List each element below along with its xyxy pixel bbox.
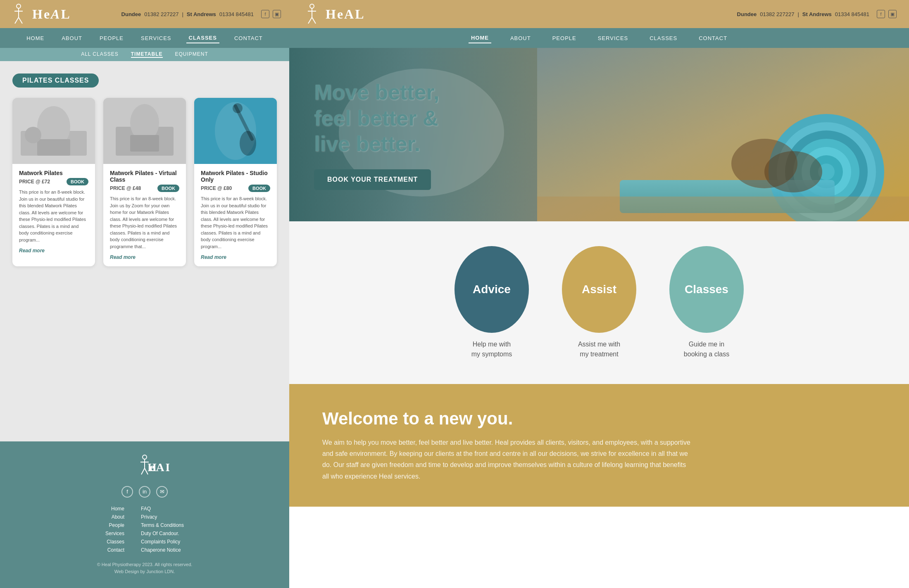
right-nav: HOME ABOUT PEOPLE SERVICES CLASSES CONTA… xyxy=(289,28,909,48)
card-virtual: Matwork Pilates - Virtual Class PRICE @ … xyxy=(103,98,186,266)
right-st-andrews-phone: 01334 845481 xyxy=(835,11,869,17)
nav-people[interactable]: PEOPLE xyxy=(97,33,126,43)
svg-point-27 xyxy=(310,4,314,8)
copyright-text: © Heal Physiotherapy 2023. All rights re… xyxy=(97,562,193,567)
left-nav: HOME ABOUT PEOPLE SERVICES CLASSES CONTA… xyxy=(0,28,289,48)
welcome-text: We aim to help you move better, feel bet… xyxy=(322,437,694,482)
footer-link-terms[interactable]: Terms & Conditions xyxy=(141,522,184,528)
right-nav-people[interactable]: PEOPLE xyxy=(550,33,579,43)
footer-link-classes[interactable]: Classes xyxy=(107,539,124,545)
read-more-virtual[interactable]: Read more xyxy=(110,254,136,260)
card-body-matwork: Matwork Pilates PRICE @ £72 BOOK This pr… xyxy=(12,164,95,260)
footer-link-contact[interactable]: Contact xyxy=(107,547,124,553)
book-button-studio[interactable]: BOOK xyxy=(248,185,270,192)
svg-text:H: H xyxy=(148,461,157,474)
right-panel: HeAL Dundee 01382 227227 | St Andrews 01… xyxy=(289,0,909,588)
assist-oval: Assist xyxy=(562,246,636,333)
svg-line-31 xyxy=(312,17,316,24)
right-separator: | xyxy=(797,11,799,17)
studio-image-visual xyxy=(194,98,277,164)
right-dundee-phone: 01382 227227 xyxy=(760,11,794,17)
icons-section: Advice Help me withmy symptoms Assist As… xyxy=(289,221,909,384)
hero-title-line2: feel better & xyxy=(314,106,438,130)
hero-title-line3: live better. xyxy=(314,132,420,156)
footer-copyright: © Heal Physiotherapy 2023. All rights re… xyxy=(97,561,193,576)
right-heal-logo-icon xyxy=(302,3,322,26)
facebook-icon[interactable]: f xyxy=(261,10,269,18)
card-title-studio: Matwork Pilates - Studio Only xyxy=(201,170,270,183)
right-nav-about[interactable]: ABOUT xyxy=(508,33,533,43)
pilates-classes-header: PILATES CLASSES xyxy=(12,74,99,88)
card-desc-studio: This price is for an 8-week block. Join … xyxy=(201,195,270,250)
classes-item[interactable]: Classes Guide me inbooking a class xyxy=(669,246,744,359)
right-facebook-icon[interactable]: f xyxy=(877,10,885,18)
right-nav-services[interactable]: SERVICES xyxy=(595,33,631,43)
footer-facebook-icon[interactable]: f xyxy=(121,486,133,498)
footer-link-chaperone[interactable]: Chaperone Notice xyxy=(141,547,181,553)
subnav-all-classes[interactable]: ALL CLASSES xyxy=(81,51,119,58)
right-social-icons: f ▣ xyxy=(877,10,897,18)
left-main-content: PILATES CLASSES Matwork Pilates P xyxy=(0,61,289,441)
classes-oval: Classes xyxy=(669,246,744,333)
card-body-studio: Matwork Pilates - Studio Only PRICE @ £8… xyxy=(194,164,277,266)
card-price-row-matwork: PRICE @ £72 BOOK xyxy=(19,178,88,185)
footer-link-complaints[interactable]: Complaints Policy xyxy=(141,539,180,545)
matwork-image-visual xyxy=(12,98,95,164)
footer-link-about[interactable]: About xyxy=(112,514,124,520)
svg-line-4 xyxy=(19,17,22,24)
book-button-matwork[interactable]: BOOK xyxy=(67,178,88,185)
social-icons: f ▣ xyxy=(261,10,281,18)
card-price-row-virtual: PRICE @ £48 BOOK xyxy=(110,185,179,192)
left-logo: HeAL xyxy=(8,3,71,26)
right-instagram-icon[interactable]: ▣ xyxy=(888,10,897,18)
assist-sublabel: Assist me withmy treatment xyxy=(578,339,620,359)
footer-linkedin-icon[interactable]: in xyxy=(139,486,150,498)
card-body-virtual: Matwork Pilates - Virtual Class PRICE @ … xyxy=(103,164,186,266)
svg-point-20 xyxy=(143,455,147,459)
right-dundee-label: Dundee xyxy=(737,11,757,17)
classes-sublabel: Guide me inbooking a class xyxy=(684,339,729,359)
footer-link-services[interactable]: Services xyxy=(105,531,124,536)
instagram-icon[interactable]: ▣ xyxy=(273,10,281,18)
advice-item[interactable]: Advice Help me withmy symptoms xyxy=(454,246,529,359)
hero-title: Move better, feel better & live better. xyxy=(314,79,439,156)
nav-classes[interactable]: CLASSES xyxy=(186,33,219,43)
card-desc-matwork: This price is for an 8-week block. Join … xyxy=(19,189,88,243)
svg-line-3 xyxy=(15,17,19,24)
footer-logo-svg: eAL H xyxy=(120,454,169,477)
subnav-timetable[interactable]: TIMETABLE xyxy=(131,51,163,58)
nav-services[interactable]: SERVICES xyxy=(138,33,174,43)
svg-rect-43 xyxy=(537,197,909,221)
right-nav-classes[interactable]: CLASSES xyxy=(647,33,680,43)
footer-link-home[interactable]: Home xyxy=(111,506,124,512)
welcome-title: Welcome to a new you. xyxy=(322,409,876,429)
footer-link-duty[interactable]: Duty Of Candour. xyxy=(141,531,179,536)
footer-link-people[interactable]: People xyxy=(109,522,124,528)
card-desc-virtual: This price is for an 8-week block. Join … xyxy=(110,195,179,250)
right-logo-text: HeAL xyxy=(326,7,365,22)
book-button-virtual[interactable]: BOOK xyxy=(157,185,179,192)
heal-logo-icon xyxy=(8,3,29,26)
footer-link-privacy[interactable]: Privacy xyxy=(141,514,157,520)
web-design-text: Web Design by Junction LDN. xyxy=(114,569,175,574)
svg-rect-13 xyxy=(130,135,159,152)
card-studio: Matwork Pilates - Studio Only PRICE @ £8… xyxy=(194,98,277,266)
card-matwork: Matwork Pilates PRICE @ £72 BOOK This pr… xyxy=(12,98,95,266)
book-treatment-button[interactable]: BOOK YOUR TREATMENT xyxy=(314,169,431,190)
advice-oval: Advice xyxy=(454,246,529,333)
footer-link-faq[interactable]: FAQ xyxy=(141,506,151,512)
nav-home[interactable]: HOME xyxy=(24,33,47,43)
nav-about[interactable]: ABOUT xyxy=(59,33,85,43)
right-nav-home[interactable]: HOME xyxy=(469,33,491,43)
hero-content: Move better, feel better & live better. … xyxy=(289,79,464,190)
footer-email-icon[interactable]: ✉ xyxy=(156,486,168,498)
hero-section: Move better, feel better & live better. … xyxy=(289,48,909,221)
subnav-equipment[interactable]: EQUIPMENT xyxy=(175,51,208,58)
assist-label: Assist xyxy=(582,283,616,296)
right-top-bar: HeAL Dundee 01382 227227 | St Andrews 01… xyxy=(289,0,909,28)
right-nav-contact[interactable]: CONTACT xyxy=(696,33,730,43)
read-more-studio[interactable]: Read more xyxy=(201,254,226,260)
read-more-matwork[interactable]: Read more xyxy=(19,248,45,254)
assist-item[interactable]: Assist Assist me withmy treatment xyxy=(562,246,636,359)
nav-contact[interactable]: CONTACT xyxy=(232,33,265,43)
